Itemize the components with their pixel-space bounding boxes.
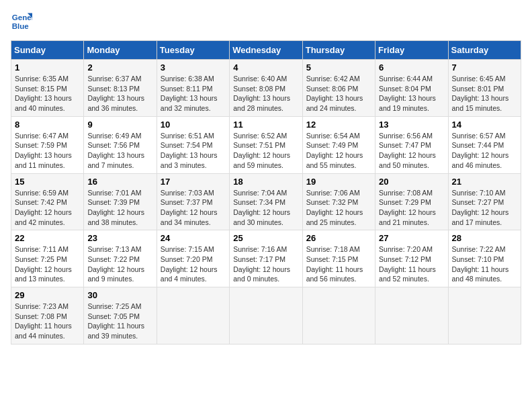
day-info: Sunrise: 7:01 AMSunset: 7:39 PMDaylight:… <box>87 189 144 226</box>
day-number: 29 <box>15 290 80 300</box>
col-header-sunday: Sunday <box>11 41 84 60</box>
day-cell-24: 24 Sunrise: 7:15 AMSunset: 7:20 PMDaylig… <box>157 230 229 287</box>
day-info: Sunrise: 6:51 AMSunset: 7:54 PMDaylight:… <box>161 132 218 169</box>
day-cell-3: 3 Sunrise: 6:38 AMSunset: 8:11 PMDayligh… <box>157 60 229 117</box>
day-info: Sunrise: 6:40 AMSunset: 8:08 PMDaylight:… <box>233 75 290 112</box>
day-info: Sunrise: 7:04 AMSunset: 7:34 PMDaylight:… <box>233 189 290 226</box>
day-cell-15: 15 Sunrise: 6:59 AMSunset: 7:42 PMDaylig… <box>11 173 84 230</box>
day-cell-29: 29 Sunrise: 7:23 AMSunset: 7:08 PMDaylig… <box>11 287 84 345</box>
day-cell-4: 4 Sunrise: 6:40 AMSunset: 8:08 PMDayligh… <box>230 60 302 117</box>
day-number: 28 <box>452 233 517 243</box>
day-number: 11 <box>233 120 298 130</box>
day-cell-17: 17 Sunrise: 7:03 AMSunset: 7:37 PMDaylig… <box>157 173 229 230</box>
day-cell-19: 19 Sunrise: 7:06 AMSunset: 7:32 PMDaylig… <box>302 173 375 230</box>
day-number: 25 <box>233 233 298 243</box>
day-cell-6: 6 Sunrise: 6:44 AMSunset: 8:04 PMDayligh… <box>375 60 448 117</box>
col-header-thursday: Thursday <box>302 41 375 60</box>
day-cell-1: 1 Sunrise: 6:35 AMSunset: 8:15 PMDayligh… <box>11 60 84 117</box>
day-number: 12 <box>306 120 371 130</box>
day-info: Sunrise: 7:06 AMSunset: 7:32 PMDaylight:… <box>306 189 363 226</box>
day-info: Sunrise: 6:47 AMSunset: 7:59 PMDaylight:… <box>15 132 72 169</box>
day-number: 6 <box>379 62 444 73</box>
day-info: Sunrise: 6:49 AMSunset: 7:56 PMDaylight:… <box>87 132 144 169</box>
day-cell-12: 12 Sunrise: 6:54 AMSunset: 7:49 PMDaylig… <box>302 116 375 173</box>
day-cell-18: 18 Sunrise: 7:04 AMSunset: 7:34 PMDaylig… <box>230 173 302 230</box>
day-cell-26: 26 Sunrise: 7:18 AMSunset: 7:15 PMDaylig… <box>302 230 375 287</box>
day-number: 24 <box>161 233 226 243</box>
day-info: Sunrise: 7:10 AMSunset: 7:27 PMDaylight:… <box>452 189 509 226</box>
day-cell-8: 8 Sunrise: 6:47 AMSunset: 7:59 PMDayligh… <box>11 116 84 173</box>
day-info: Sunrise: 6:54 AMSunset: 7:49 PMDaylight:… <box>306 132 363 169</box>
day-info: Sunrise: 7:22 AMSunset: 7:10 PMDaylight:… <box>452 245 509 283</box>
calendar-week-2: 15 Sunrise: 6:59 AMSunset: 7:42 PMDaylig… <box>11 173 521 230</box>
day-info: Sunrise: 7:11 AMSunset: 7:25 PMDaylight:… <box>15 245 72 283</box>
day-cell-20: 20 Sunrise: 7:08 AMSunset: 7:29 PMDaylig… <box>375 173 448 230</box>
day-info: Sunrise: 7:16 AMSunset: 7:17 PMDaylight:… <box>233 245 290 283</box>
day-number: 13 <box>379 120 444 130</box>
day-number: 14 <box>452 120 517 130</box>
day-number: 15 <box>15 177 80 187</box>
day-number: 30 <box>87 290 152 300</box>
empty-cell <box>375 287 448 345</box>
day-number: 5 <box>306 62 371 73</box>
day-cell-10: 10 Sunrise: 6:51 AMSunset: 7:54 PMDaylig… <box>157 116 229 173</box>
empty-cell <box>302 287 375 345</box>
day-info: Sunrise: 7:18 AMSunset: 7:15 PMDaylight:… <box>306 245 363 283</box>
calendar-table: SundayMondayTuesdayWednesdayThursdayFrid… <box>11 40 521 345</box>
day-number: 7 <box>452 62 517 73</box>
day-cell-14: 14 Sunrise: 6:57 AMSunset: 7:44 PMDaylig… <box>448 116 521 173</box>
day-number: 4 <box>233 62 298 73</box>
day-info: Sunrise: 6:59 AMSunset: 7:42 PMDaylight:… <box>15 189 72 226</box>
day-number: 27 <box>379 233 444 243</box>
day-number: 26 <box>306 233 371 243</box>
day-info: Sunrise: 6:56 AMSunset: 7:47 PMDaylight:… <box>379 132 436 169</box>
svg-text:Blue: Blue <box>12 22 30 30</box>
day-info: Sunrise: 6:35 AMSunset: 8:15 PMDaylight:… <box>15 75 72 112</box>
day-number: 3 <box>161 62 226 73</box>
empty-cell <box>448 287 521 345</box>
day-cell-13: 13 Sunrise: 6:56 AMSunset: 7:47 PMDaylig… <box>375 116 448 173</box>
day-number: 17 <box>161 177 226 187</box>
logo: General Blue <box>11 11 35 32</box>
day-info: Sunrise: 7:20 AMSunset: 7:12 PMDaylight:… <box>379 245 436 283</box>
day-number: 22 <box>15 233 80 243</box>
day-number: 10 <box>161 120 226 130</box>
day-number: 21 <box>452 177 517 187</box>
day-cell-22: 22 Sunrise: 7:11 AMSunset: 7:25 PMDaylig… <box>11 230 84 287</box>
day-cell-21: 21 Sunrise: 7:10 AMSunset: 7:27 PMDaylig… <box>448 173 521 230</box>
col-header-monday: Monday <box>84 41 157 60</box>
day-cell-28: 28 Sunrise: 7:22 AMSunset: 7:10 PMDaylig… <box>448 230 521 287</box>
empty-cell <box>157 287 229 345</box>
calendar-week-4: 29 Sunrise: 7:23 AMSunset: 7:08 PMDaylig… <box>11 287 521 345</box>
day-cell-7: 7 Sunrise: 6:45 AMSunset: 8:01 PMDayligh… <box>448 60 521 117</box>
day-number: 18 <box>233 177 298 187</box>
day-cell-27: 27 Sunrise: 7:20 AMSunset: 7:12 PMDaylig… <box>375 230 448 287</box>
day-info: Sunrise: 7:08 AMSunset: 7:29 PMDaylight:… <box>379 189 436 226</box>
day-info: Sunrise: 7:13 AMSunset: 7:22 PMDaylight:… <box>87 245 144 283</box>
col-header-saturday: Saturday <box>448 41 521 60</box>
day-number: 16 <box>87 177 152 187</box>
calendar-week-0: 1 Sunrise: 6:35 AMSunset: 8:15 PMDayligh… <box>11 60 521 117</box>
day-info: Sunrise: 6:44 AMSunset: 8:04 PMDaylight:… <box>379 75 436 112</box>
day-info: Sunrise: 7:23 AMSunset: 7:08 PMDaylight:… <box>15 302 72 340</box>
day-info: Sunrise: 6:52 AMSunset: 7:51 PMDaylight:… <box>233 132 290 169</box>
day-info: Sunrise: 6:37 AMSunset: 8:13 PMDaylight:… <box>87 75 144 112</box>
day-number: 23 <box>87 233 152 243</box>
day-cell-25: 25 Sunrise: 7:16 AMSunset: 7:17 PMDaylig… <box>230 230 302 287</box>
day-cell-30: 30 Sunrise: 7:25 AMSunset: 7:05 PMDaylig… <box>84 287 157 345</box>
day-cell-2: 2 Sunrise: 6:37 AMSunset: 8:13 PMDayligh… <box>84 60 157 117</box>
day-number: 19 <box>306 177 371 187</box>
day-number: 20 <box>379 177 444 187</box>
day-info: Sunrise: 7:15 AMSunset: 7:20 PMDaylight:… <box>161 245 218 283</box>
day-info: Sunrise: 6:38 AMSunset: 8:11 PMDaylight:… <box>161 75 218 112</box>
col-header-tuesday: Tuesday <box>157 41 229 60</box>
day-number: 2 <box>87 62 152 73</box>
day-info: Sunrise: 7:03 AMSunset: 7:37 PMDaylight:… <box>161 189 218 226</box>
logo-icon: General Blue <box>11 11 32 32</box>
day-cell-5: 5 Sunrise: 6:42 AMSunset: 8:06 PMDayligh… <box>302 60 375 117</box>
day-cell-11: 11 Sunrise: 6:52 AMSunset: 7:51 PMDaylig… <box>230 116 302 173</box>
empty-cell <box>230 287 302 345</box>
calendar-week-1: 8 Sunrise: 6:47 AMSunset: 7:59 PMDayligh… <box>11 116 521 173</box>
day-cell-16: 16 Sunrise: 7:01 AMSunset: 7:39 PMDaylig… <box>84 173 157 230</box>
day-cell-9: 9 Sunrise: 6:49 AMSunset: 7:56 PMDayligh… <box>84 116 157 173</box>
